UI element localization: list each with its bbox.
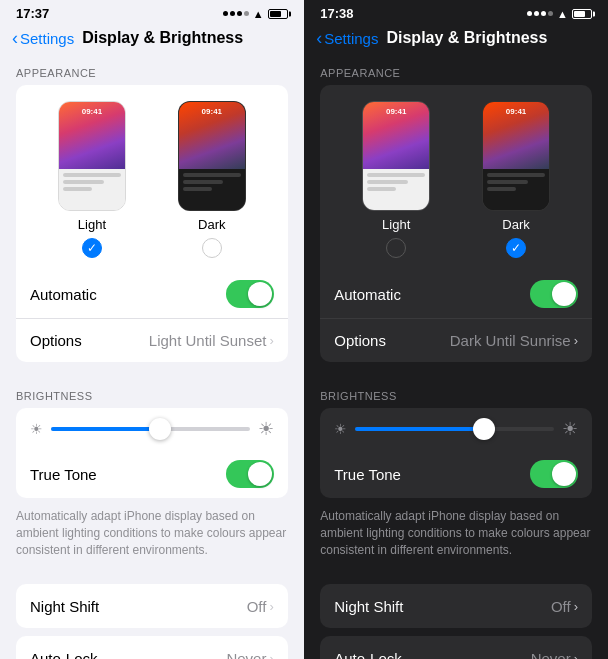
- toggle-thumb-auto-light: [248, 282, 272, 306]
- sun-sm-icon-dark: ☀: [334, 421, 347, 437]
- auto-lock-chevron-light: ›: [269, 651, 273, 659]
- content-light: APPEARANCE 09:41: [0, 55, 304, 659]
- options-row-light[interactable]: Options Light Until Sunset ›: [16, 318, 288, 362]
- options-value-dark: Dark Until Sunrise ›: [450, 332, 578, 349]
- true-tone-desc-light: Automatically adapt iPhone display based…: [0, 502, 304, 568]
- true-tone-toggle-light[interactable]: [226, 460, 274, 488]
- auto-lock-row-dark[interactable]: Auto-Lock Never ›: [320, 636, 592, 659]
- battery-icon-light: [268, 9, 288, 19]
- night-shift-card-light: Night Shift Off ›: [16, 584, 288, 628]
- dot2d: [534, 11, 539, 16]
- nav-bar-dark: ‹ Settings Display & Brightness: [304, 25, 608, 55]
- dot1d: [527, 11, 532, 16]
- wifi-icon-light: ▲: [253, 8, 264, 20]
- dark-option-dark[interactable]: 09:41 Dark ✓: [482, 101, 550, 258]
- automatic-row-dark: Automatic: [320, 270, 592, 318]
- back-label-dark: Settings: [324, 30, 378, 47]
- appearance-group-dark: APPEARANCE 09:41: [304, 55, 608, 362]
- slider-row-light: ☀ ☀: [16, 408, 288, 450]
- dot3: [237, 11, 242, 16]
- brightness-group-dark: BRIGHTNESS ☀ ☀ True Tone: [304, 378, 608, 568]
- check-icon: ✓: [87, 242, 97, 254]
- automatic-toggle-light[interactable]: [226, 280, 274, 308]
- brightness-label-light: BRIGHTNESS: [0, 378, 304, 408]
- check-icon-dark: ✓: [511, 242, 521, 254]
- nav-bar-light: ‹ Settings Display & Brightness: [0, 25, 304, 55]
- auto-lock-card-dark: Auto-Lock Never ›: [320, 636, 592, 659]
- dot3d: [541, 11, 546, 16]
- night-shift-label-light: Night Shift: [30, 598, 247, 615]
- dark-radio-light[interactable]: [202, 238, 222, 258]
- slider-fill-dark: [355, 427, 484, 431]
- status-bar-light: 17:37 ▲: [0, 0, 304, 25]
- true-tone-label-dark: True Tone: [334, 466, 530, 483]
- thumb-time-dark-light: 09:41: [179, 107, 245, 116]
- true-tone-row-dark: True Tone: [320, 450, 592, 498]
- appearance-section-label-dark: APPEARANCE: [304, 55, 608, 85]
- light-radio-light[interactable]: ✓: [82, 238, 102, 258]
- night-shift-row-light[interactable]: Night Shift Off ›: [16, 584, 288, 628]
- true-tone-row-light: True Tone: [16, 450, 288, 498]
- back-button-dark[interactable]: ‹ Settings: [316, 29, 378, 47]
- battery-icon-dark: [572, 9, 592, 19]
- back-chevron-light: ‹: [12, 29, 18, 47]
- content-dark: APPEARANCE 09:41: [304, 55, 608, 659]
- slider-thumb-dark[interactable]: [473, 418, 495, 440]
- night-shift-row-dark[interactable]: Night Shift Off ›: [320, 584, 592, 628]
- options-label-light: Options: [30, 332, 149, 349]
- slider-row-dark: ☀ ☀: [320, 408, 592, 450]
- back-chevron-dark: ‹: [316, 29, 322, 47]
- dark-label-light: Dark: [198, 217, 225, 232]
- back-label-light: Settings: [20, 30, 74, 47]
- dot4: [244, 11, 249, 16]
- status-bar-dark: 17:38 ▲: [304, 0, 608, 25]
- true-tone-toggle-dark[interactable]: [530, 460, 578, 488]
- light-option[interactable]: 09:41 Light ✓: [58, 101, 126, 258]
- automatic-label-dark: Automatic: [334, 286, 530, 303]
- night-shift-value-dark: Off ›: [551, 598, 578, 615]
- brightness-card-dark: ☀ ☀ True Tone: [320, 408, 592, 498]
- options-chevron-light: ›: [269, 333, 273, 348]
- true-tone-desc-dark: Automatically adapt iPhone display based…: [304, 502, 608, 568]
- options-row-dark[interactable]: Options Dark Until Sunrise ›: [320, 318, 592, 362]
- light-radio-dark[interactable]: [386, 238, 406, 258]
- auto-lock-chevron-dark: ›: [574, 651, 578, 659]
- toggle-thumb-tt-light: [248, 462, 272, 486]
- night-shift-chevron-light: ›: [269, 599, 273, 614]
- dot2: [230, 11, 235, 16]
- appearance-row-light: 09:41 Light ✓: [16, 85, 288, 270]
- appearance-row-dark: 09:41 Light: [320, 85, 592, 270]
- night-shift-chevron-dark: ›: [574, 599, 578, 614]
- slider-track-dark[interactable]: [355, 427, 554, 431]
- automatic-label-light: Automatic: [30, 286, 226, 303]
- back-button-light[interactable]: ‹ Settings: [12, 29, 74, 47]
- brightness-label-dark: BRIGHTNESS: [304, 378, 608, 408]
- light-thumb-dark: 09:41: [362, 101, 430, 211]
- options-value-light: Light Until Sunset ›: [149, 332, 274, 349]
- sun-lg-icon-dark: ☀: [562, 418, 578, 440]
- night-shift-label-dark: Night Shift: [334, 598, 551, 615]
- thumb-time-light: 09:41: [59, 107, 125, 116]
- dark-thumb-light: 09:41: [178, 101, 246, 211]
- thumb-bottom-light: [59, 169, 125, 210]
- auto-lock-value-light: Never ›: [226, 650, 273, 659]
- auto-lock-row-light[interactable]: Auto-Lock Never ›: [16, 636, 288, 659]
- options-label-dark: Options: [334, 332, 450, 349]
- dot4d: [548, 11, 553, 16]
- battery-fill-light: [270, 11, 281, 17]
- auto-lock-value-dark: Never ›: [531, 650, 578, 659]
- true-tone-label-light: True Tone: [30, 466, 226, 483]
- light-option-dark[interactable]: 09:41 Light: [362, 101, 430, 258]
- appearance-card-light: 09:41 Light ✓: [16, 85, 288, 362]
- light-thumb: 09:41: [58, 101, 126, 211]
- automatic-toggle-dark[interactable]: [530, 280, 578, 308]
- dark-radio-dark[interactable]: ✓: [506, 238, 526, 258]
- time-light: 17:37: [16, 6, 49, 21]
- slider-thumb-light[interactable]: [149, 418, 171, 440]
- slider-track-light[interactable]: [51, 427, 250, 431]
- night-shift-card-dark: Night Shift Off ›: [320, 584, 592, 628]
- toggle-thumb-tt-dark: [552, 462, 576, 486]
- dark-option-light[interactable]: 09:41 Dark: [178, 101, 246, 258]
- thumb-time-dark-dark: 09:41: [483, 107, 549, 116]
- appearance-card-dark: 09:41 Light: [320, 85, 592, 362]
